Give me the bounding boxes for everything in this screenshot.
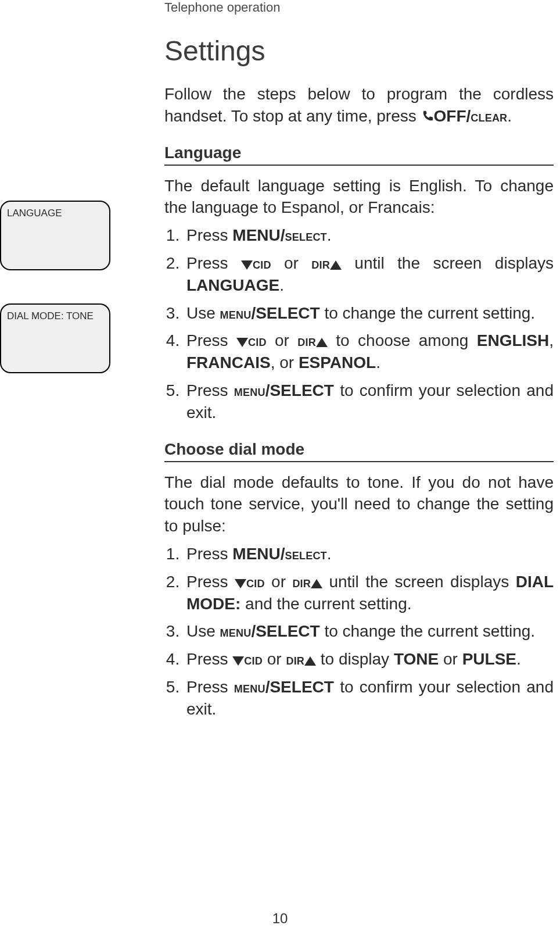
handset-icon: [421, 106, 434, 128]
t: Press: [186, 331, 236, 349]
intro-dot: .: [507, 107, 512, 125]
dial-step-4: Press CID or DIR to display TONE or PULS…: [184, 648, 554, 670]
dir: DIR: [297, 333, 316, 349]
page-number: 10: [0, 910, 560, 927]
caret-down-icon: [232, 656, 244, 666]
or: or: [265, 573, 293, 591]
espanol: ESPANOL: [299, 353, 376, 372]
cid: CID: [246, 574, 265, 590]
lang-step-1: Press MENU/SELECT.: [184, 224, 554, 247]
content: Settings Follow the steps below to progr…: [164, 35, 554, 737]
rule: [164, 461, 554, 462]
select: /SELECT: [251, 304, 320, 322]
lcd-dial-mode: DIAL MODE: TONE: [0, 303, 110, 373]
menu: MENU: [220, 623, 252, 640]
lang-step-2: Press CID or DIR until the screen displa…: [184, 252, 554, 297]
caret-up-icon: [316, 338, 328, 347]
or: or: [263, 650, 286, 668]
caret-up-icon: [311, 579, 322, 588]
select: SELECT: [285, 227, 327, 244]
t: Press: [186, 678, 234, 696]
lcd-language: LANGUAGE: [0, 201, 110, 270]
pulse: PULSE: [462, 650, 516, 668]
dial-step-5: Press MENU/SELECT to confirm your select…: [184, 676, 554, 720]
cid: CID: [253, 255, 271, 272]
t2: to change the current setting.: [320, 304, 535, 322]
dir: DIR: [286, 651, 304, 667]
or: or: [267, 331, 298, 349]
t: Press: [186, 650, 232, 668]
c2: , or: [271, 353, 299, 372]
t2: to display: [316, 650, 394, 668]
lang-step-3: Use MENU/SELECT to change the current se…: [184, 302, 554, 324]
dir: DIR: [311, 255, 330, 272]
t3: and the current setting.: [240, 595, 411, 613]
intro-paragraph: Follow the steps below to program the co…: [164, 83, 554, 128]
t: Press: [186, 381, 234, 399]
caret-up-icon: [304, 656, 316, 666]
dial-step-3: Use MENU/SELECT to change the current se…: [184, 620, 554, 642]
lcd-language-text: LANGUAGE: [7, 208, 62, 219]
francais: FRANCAIS: [186, 353, 271, 372]
t: Press: [186, 254, 241, 272]
dial-step-1: Press MENU/SELECT.: [184, 543, 554, 565]
page: Telephone operation LANGUAGE DIAL MODE: …: [0, 0, 560, 943]
language-heading: Language: [164, 144, 554, 162]
t2: until the screen displays: [322, 573, 516, 591]
dot: .: [327, 226, 332, 244]
language-intro: The default language setting is English.…: [164, 175, 554, 219]
menu: MENU: [220, 305, 252, 322]
t: Press: [186, 226, 232, 244]
dot: .: [327, 545, 332, 563]
lcd-dial-mode-text: DIAL MODE: TONE: [7, 310, 94, 322]
select: /SELECT: [251, 622, 320, 640]
t: Press: [186, 545, 232, 563]
t: Use: [186, 304, 220, 322]
or2: or: [439, 650, 462, 668]
cid: CID: [248, 333, 267, 349]
rule: [164, 165, 554, 166]
dot: .: [279, 276, 284, 294]
dial-step-2: Press CID or DIR until the screen displa…: [184, 571, 554, 615]
select: SELECT: [285, 546, 327, 562]
t: Press: [186, 573, 235, 591]
menu: MENU: [234, 679, 265, 695]
select: /SELECT: [265, 678, 334, 696]
dial-mode-heading: Choose dial mode: [164, 440, 554, 459]
language-word: LANGUAGE: [186, 276, 279, 294]
running-head: Telephone operation: [164, 0, 280, 15]
dot: .: [376, 353, 380, 372]
caret-down-icon: [241, 260, 253, 270]
t: Use: [186, 622, 220, 640]
t2: to choose among: [328, 331, 477, 349]
t2: until the screen displays: [342, 254, 554, 272]
dot: .: [516, 650, 521, 668]
off-label: OFF/: [434, 107, 471, 125]
dial-steps: Press MENU/SELECT. Press CID or DIR unti…: [164, 543, 554, 720]
menu: MENU/: [232, 226, 285, 244]
dir: DIR: [292, 574, 311, 590]
cid: CID: [244, 651, 263, 667]
c1: ,: [549, 331, 554, 349]
language-steps: Press MENU/SELECT. Press CID or DIR unti…: [164, 224, 554, 423]
tone: TONE: [394, 650, 439, 668]
lang-step-4: Press CID or DIR to choose among ENGLISH…: [184, 330, 554, 374]
clear-label: CLEAR: [471, 108, 507, 124]
lang-step-5: Press MENU/SELECT to confirm your select…: [184, 380, 554, 424]
dial-intro: The dial mode defaults to tone. If you d…: [164, 472, 554, 537]
or: or: [271, 254, 312, 272]
caret-up-icon: [330, 260, 342, 270]
menu: MENU/: [232, 545, 285, 563]
select: /SELECT: [265, 381, 334, 399]
page-title: Settings: [164, 35, 554, 67]
english: ENGLISH: [477, 331, 549, 349]
t2: to change the current setting.: [320, 622, 535, 640]
menu: MENU: [234, 383, 265, 399]
caret-down-icon: [235, 579, 246, 588]
caret-down-icon: [236, 338, 248, 347]
